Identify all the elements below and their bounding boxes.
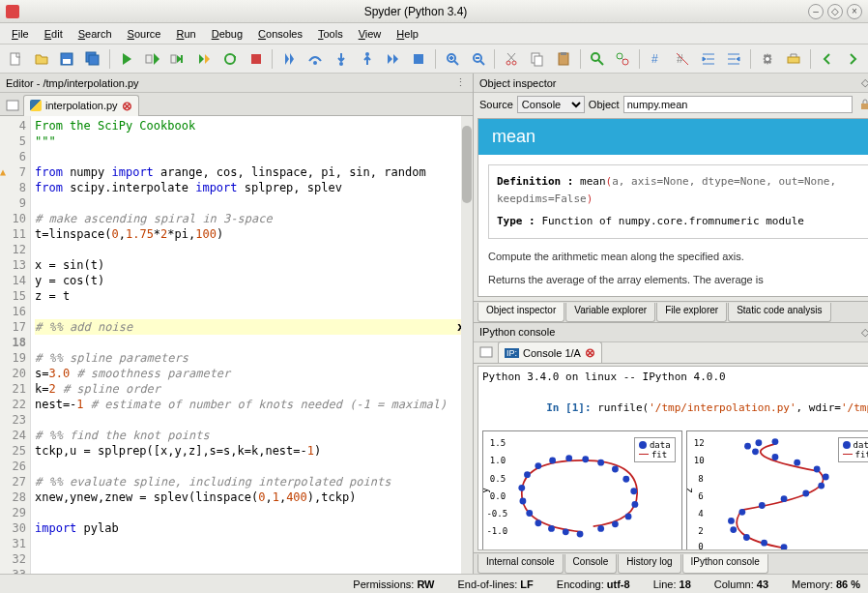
editor-scrollbar[interactable] — [461, 116, 473, 574]
comment-icon[interactable]: # — [645, 47, 668, 71]
step-over-icon[interactable] — [304, 47, 327, 71]
tab-object-inspector[interactable]: Object inspector — [477, 303, 564, 322]
ipython-icon: IP: — [505, 348, 519, 358]
menu-file[interactable]: File — [4, 25, 37, 43]
code-editor[interactable]: 456▲789101112131415161718192021222324252… — [0, 116, 473, 574]
menu-edit[interactable]: Edit — [37, 25, 71, 43]
cut-icon[interactable] — [500, 47, 523, 71]
source-select[interactable]: Console — [517, 96, 585, 113]
menu-source[interactable]: Source — [120, 25, 169, 43]
pane-undock-icon[interactable]: ◇ — [858, 325, 868, 339]
console-output[interactable]: Python 3.4.0 on linux -- IPython 4.0.0 I… — [477, 366, 868, 550]
object-inspector-title: Object inspector — [479, 77, 556, 89]
svg-rect-6 — [171, 55, 176, 63]
svg-point-42 — [526, 510, 533, 517]
svg-point-43 — [520, 497, 527, 504]
maximize-button[interactable]: ◇ — [827, 4, 843, 19]
run-icon[interactable] — [115, 47, 138, 71]
minimize-button[interactable]: – — [808, 4, 824, 19]
tab-internal-console[interactable]: Internal console — [477, 554, 564, 574]
doc-viewer: mean Definition : mean(a, axis=None, dty… — [477, 118, 868, 297]
svg-point-26 — [766, 57, 769, 61]
menu-consoles[interactable]: Consoles — [250, 25, 310, 43]
step-out-icon[interactable] — [356, 47, 379, 71]
svg-point-67 — [761, 540, 767, 547]
close-button[interactable]: × — [847, 4, 862, 19]
pane-undock-icon[interactable]: ◇ — [858, 76, 868, 90]
app-icon — [6, 5, 19, 18]
object-inspector-pane: Object inspector ◇ × Source Console Obje… — [474, 74, 868, 323]
svg-point-66 — [780, 544, 787, 550]
paste-icon[interactable] — [552, 47, 575, 71]
tab-ipython-console[interactable]: IPython console — [682, 554, 768, 574]
lock-icon[interactable] — [856, 96, 868, 113]
back-icon[interactable] — [816, 47, 839, 71]
svg-rect-27 — [788, 57, 799, 63]
menu-run[interactable]: Run — [168, 25, 203, 43]
tab-variable-explorer[interactable]: Variable explorer — [565, 303, 655, 322]
step-in-icon[interactable] — [330, 47, 353, 71]
svg-point-74 — [802, 489, 809, 496]
svg-point-56 — [612, 520, 619, 527]
preferences-icon[interactable] — [756, 47, 779, 71]
svg-point-68 — [743, 534, 750, 541]
tab-console[interactable]: Console — [564, 554, 618, 574]
console-tab-label: Console 1/A — [523, 347, 581, 359]
zoom-in-icon[interactable] — [441, 47, 464, 71]
continue-icon[interactable] — [381, 47, 404, 71]
stop-icon[interactable] — [245, 47, 268, 71]
indent-icon[interactable] — [697, 47, 720, 71]
bottom-tabs: Internal consoleConsoleHistory logIPytho… — [474, 552, 868, 574]
pythonpath-icon[interactable] — [782, 47, 805, 71]
run-selection-icon[interactable] — [192, 47, 216, 71]
menu-tools[interactable]: Tools — [310, 25, 351, 43]
replace-icon[interactable] — [611, 47, 634, 71]
open-file-icon[interactable] — [30, 47, 53, 71]
save-icon[interactable] — [56, 47, 79, 71]
menu-debug[interactable]: Debug — [204, 25, 250, 43]
svg-point-57 — [597, 525, 604, 532]
close-console-icon[interactable]: ⊗ — [585, 345, 595, 360]
pane-options-icon[interactable]: ⋮ — [453, 76, 467, 90]
run-cell-advance-icon[interactable] — [166, 47, 189, 71]
svg-rect-0 — [11, 53, 19, 65]
menu-view[interactable]: View — [351, 25, 390, 43]
debug-icon[interactable] — [277, 47, 301, 71]
tab-file-explorer[interactable]: File explorer — [656, 303, 727, 322]
svg-point-47 — [549, 457, 556, 463]
zoom-out-icon[interactable] — [467, 47, 490, 71]
run-cell-icon[interactable] — [141, 47, 164, 71]
find-icon[interactable] — [586, 47, 609, 71]
menu-search[interactable]: Search — [71, 25, 120, 43]
browse-tabs-icon[interactable] — [4, 97, 21, 114]
object-input[interactable] — [623, 96, 854, 113]
copy-icon[interactable] — [526, 47, 549, 71]
run-again-icon[interactable] — [218, 47, 242, 71]
svg-point-48 — [565, 455, 572, 461]
browse-consoles-icon[interactable] — [477, 343, 495, 361]
ipython-pane: IPython console ◇ × IP: Console 1/A ⊗ ≡ … — [474, 323, 868, 574]
forward-icon[interactable] — [841, 47, 864, 71]
uncomment-icon[interactable]: # — [671, 47, 694, 71]
svg-text:0: 0 — [698, 542, 703, 550]
tab-static-code-analysis[interactable]: Static code analysis — [728, 303, 830, 322]
svg-point-39 — [563, 528, 569, 535]
svg-text:0.0: 0.0 — [490, 490, 506, 500]
new-file-icon[interactable] — [4, 47, 27, 71]
unindent-icon[interactable] — [722, 47, 745, 71]
save-all-icon[interactable] — [81, 47, 104, 71]
stop-debug-icon[interactable] — [407, 47, 430, 71]
svg-point-16 — [512, 61, 516, 65]
plot-xz: 121086420 z datafit — [686, 430, 868, 550]
close-tab-icon[interactable]: ⊗ — [122, 99, 132, 113]
plot-xy: 1.51.00.50.0-0.5-1.0 y datafit — [482, 430, 682, 550]
window-titlebar: Spyder (Python 3.4) – ◇ × — [0, 0, 868, 23]
editor-tab[interactable]: interpolation.py ⊗ — [23, 95, 139, 116]
console-tab[interactable]: IP: Console 1/A ⊗ — [498, 341, 602, 363]
tab-history-log[interactable]: History log — [618, 554, 680, 574]
svg-text:1.5: 1.5 — [490, 438, 506, 448]
svg-point-72 — [759, 502, 766, 509]
menu-help[interactable]: Help — [389, 25, 426, 43]
svg-point-76 — [822, 473, 828, 480]
svg-point-11 — [365, 52, 369, 56]
